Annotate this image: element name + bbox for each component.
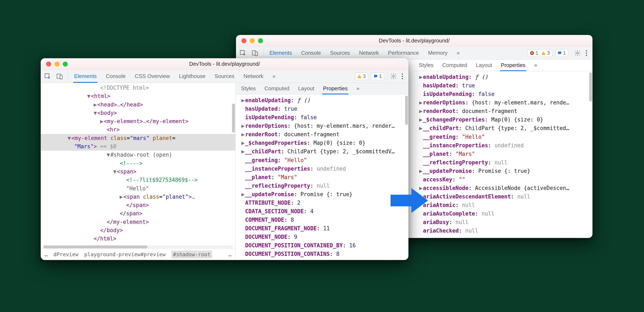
property-row[interactable]: __reflectingProperty: null [238,182,408,190]
property-row[interactable]: ▶renderOptions: {host: my-element.mars, … [238,122,408,130]
issues-badge[interactable]: 1 [555,49,568,57]
dom-row-selected[interactable]: ▼<my-element class="mars" planet= [41,134,235,142]
tabs-overflow-icon[interactable]: » [272,70,276,83]
property-row[interactable]: ▶renderOptions: {host: my-element.mars, … [416,98,592,107]
dom-row[interactable]: <!--?lit$927534869$--> [41,176,235,184]
breadcrumb-item[interactable]: playground-preview#preview [84,251,165,257]
property-row[interactable]: ariaChecked: null [416,227,592,235]
breadcrumb-overflow-icon[interactable]: … [228,251,232,257]
tab-console[interactable]: Console [105,70,126,83]
tab-lighthouse[interactable]: Lighthouse [178,70,206,83]
dom-row[interactable]: ▼<html> [41,92,235,100]
zoom-icon[interactable] [258,38,263,43]
subtabs-overflow-icon[interactable]: » [533,60,538,71]
dom-row[interactable]: </html> [41,234,235,243]
dom-row[interactable]: <!----> [41,159,235,168]
property-row[interactable]: DOCUMENT_POSITION_CONTAINS: 8 [238,250,408,258]
kebab-menu-icon[interactable] [402,76,403,77]
tab-sources[interactable]: Sources [214,70,235,83]
tab-console[interactable]: Console [300,47,322,59]
property-row[interactable]: CDATA_SECTION_NODE: 4 [238,207,408,216]
property-row[interactable]: hasUpdated: true [238,105,408,113]
subtab-layout[interactable]: Layout [475,60,493,71]
device-toggle-icon[interactable] [56,73,63,80]
subtabs-overflow-icon[interactable]: » [356,83,360,94]
dom-row[interactable]: <hr> [41,125,235,134]
dom-row[interactable]: </my-element> [41,218,235,226]
dom-row[interactable]: ▶<span class="planet">… [41,193,235,201]
dom-tree[interactable]: <!DOCTYPE html> ▼<html> ▶<head>…</head> … [41,83,235,249]
dom-row-selected[interactable]: "Mars"> == $0 [41,142,235,150]
property-row[interactable]: ▶renderRoot: document-fragment [238,130,408,139]
zoom-icon[interactable] [63,62,68,67]
scrollbar-horizontal[interactable] [43,245,233,248]
property-row[interactable]: __reflectingProperty: null [416,158,592,167]
property-row[interactable]: DOCUMENT_POSITION_CONTAINED_BY: 16 [238,241,408,250]
property-row[interactable]: ATTRIBUTE_NODE: 2 [238,199,408,207]
dom-row[interactable]: ▶<head>…</head> [41,100,235,109]
properties-list[interactable]: ▶enableUpdating: ƒ () hasUpdated: true i… [236,94,408,260]
property-row[interactable]: DOCUMENT_FRAGMENT_NODE: 11 [238,224,408,233]
dom-row[interactable]: </body> [41,226,235,234]
close-icon[interactable] [46,62,51,67]
property-row[interactable]: ▶accessibleNode: AccessibleNode {activeD… [416,184,592,192]
settings-icon[interactable] [574,50,581,56]
dom-row[interactable]: </span> [41,201,235,209]
property-row[interactable]: ▶enableUpdating: ƒ () [238,96,408,105]
properties-list[interactable]: ▶enableUpdating: ƒ () hasUpdated: true i… [414,71,592,238]
tabs-overflow-icon[interactable]: » [456,47,460,59]
property-row[interactable]: accessKey: "" [416,175,592,184]
property-row[interactable]: ▶renderRoot: document-fragment [416,107,592,115]
property-row[interactable]: ▶__childPart: ChildPart {type: 2, _$comm… [416,124,592,132]
property-row[interactable]: ▶__updatePromise: Promise {: true} [416,167,592,175]
tab-css-overview[interactable]: CSS Overview [134,70,171,83]
property-row[interactable]: ▶__childPart: ChildPart {type: 2, _$comm… [238,147,408,156]
inspect-icon[interactable] [239,50,246,57]
tab-network[interactable]: Network [243,70,264,83]
inspect-icon[interactable] [44,73,51,80]
property-row[interactable]: ▶enableUpdating: ƒ () [416,73,592,81]
titlebar[interactable]: DevTools - lit.dev/playground/ [236,35,592,47]
tab-elements[interactable]: Elements [73,70,98,83]
dom-row[interactable]: ▼<span> [41,168,235,176]
tab-sources[interactable]: Sources [329,47,351,59]
subtab-styles[interactable]: Styles [418,60,434,71]
property-row[interactable]: ariaActiveDescendantElement: null [416,192,592,201]
titlebar[interactable]: DevTools - lit.dev/playground/ [41,58,408,70]
error-badge[interactable]: 1 3 [528,49,552,57]
dom-row[interactable]: "Hello" [41,184,235,193]
scrollbar-vertical[interactable] [589,72,592,101]
minimize-icon[interactable] [250,38,255,43]
property-row[interactable]: DOCUMENT_NODE: 9 [238,233,408,241]
property-row[interactable]: hasUpdated: true [416,81,592,90]
close-icon[interactable] [242,38,246,43]
property-row[interactable]: isUpdatePending: false [238,113,408,122]
device-toggle-icon[interactable] [251,50,258,57]
tab-performance[interactable]: Performance [387,47,420,59]
warning-badge[interactable]: 3 [355,73,368,80]
dom-row[interactable]: <!DOCTYPE html> [41,84,235,92]
property-row[interactable]: COMMENT_NODE: 8 [238,216,408,224]
property-row[interactable]: __instanceProperties: undefined [238,165,408,173]
breadcrumb-overflow-icon[interactable]: … [44,251,48,257]
subtab-properties[interactable]: Properties [500,60,526,71]
breadcrumb[interactable]: … dPreview playground-preview#preview #s… [41,249,235,260]
property-row[interactable]: ▶_$changedProperties: Map(0) {size: 0} [238,139,408,147]
property-row[interactable]: __planet: "Mars" [238,173,408,182]
dom-row[interactable]: ▼#shadow-root (open) [41,150,235,159]
property-row[interactable]: ▶__updatePromise: Promise {: true} [238,190,408,199]
kebab-menu-icon[interactable] [586,52,587,54]
tab-memory[interactable]: Memory [427,47,448,59]
property-row[interactable]: isUpdatePending: false [416,90,592,98]
property-row[interactable]: __greeting: "Hello" [416,133,592,141]
tab-network[interactable]: Network [358,47,380,59]
subtab-computed[interactable]: Computed [264,83,290,94]
minimize-icon[interactable] [54,62,60,67]
tab-elements[interactable]: Elements [268,47,293,59]
subtab-styles[interactable]: Styles [240,83,256,94]
property-row[interactable]: ariaAtomic: null [416,201,592,209]
property-row[interactable]: ariaAutoComplete: null [416,209,592,218]
dom-row[interactable]: ▶<my-element>…</my-element> [41,117,235,125]
scrollbar-vertical[interactable] [405,96,408,125]
breadcrumb-item[interactable]: dPreview [54,251,78,257]
